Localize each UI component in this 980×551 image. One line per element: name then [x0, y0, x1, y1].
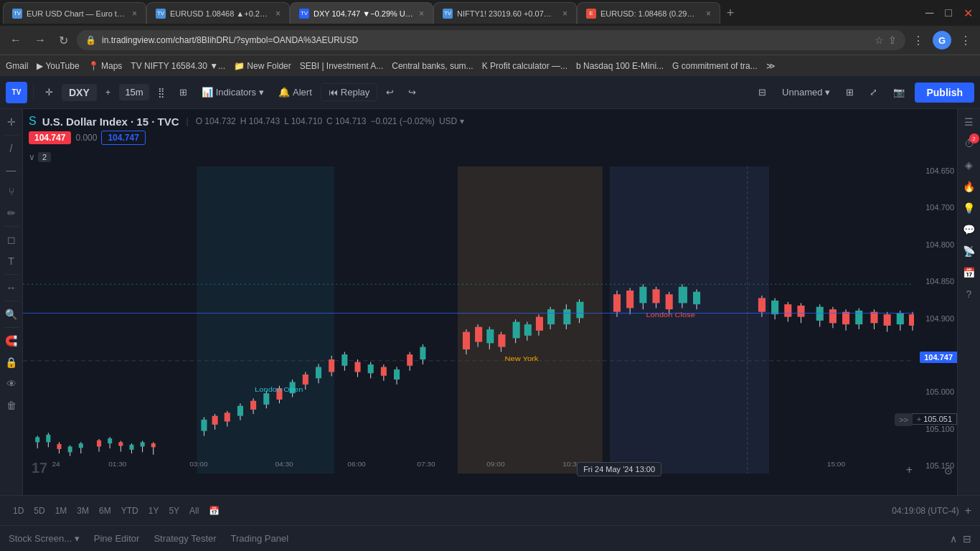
- low-label: L 104.710: [284, 116, 322, 126]
- help-button[interactable]: ?: [959, 284, 979, 304]
- timerange-3m[interactable]: 3M: [72, 504, 93, 518]
- crosshair-tool-button[interactable]: ✛: [39, 84, 59, 100]
- publish-button[interactable]: Publish: [915, 83, 974, 103]
- brush-tool[interactable]: ✏: [1, 203, 22, 223]
- pitchfork-tool[interactable]: ⑂: [1, 182, 22, 202]
- refresh-button[interactable]: ↻: [55, 31, 72, 50]
- chart-type-button[interactable]: ⊞: [174, 84, 193, 100]
- close-button[interactable]: ✕: [959, 5, 977, 22]
- calendar-button[interactable]: 📅: [959, 263, 979, 283]
- tab-close-4[interactable]: ×: [562, 9, 567, 19]
- cursor-tool[interactable]: ✛: [1, 112, 22, 132]
- redo-button[interactable]: ↪: [402, 84, 422, 100]
- timerange-1y[interactable]: 1Y: [144, 504, 164, 518]
- measure-tool[interactable]: ↔: [1, 278, 22, 298]
- forward-button[interactable]: →: [30, 31, 50, 50]
- text-tool[interactable]: T: [1, 251, 22, 271]
- bookmarks-more[interactable]: ≫: [766, 61, 776, 71]
- timeframe-button[interactable]: 15m: [119, 84, 149, 100]
- restore-button[interactable]: □: [941, 5, 956, 21]
- candle-countdown-button[interactable]: 🔥: [959, 176, 979, 197]
- shapes-tool[interactable]: ◻: [1, 230, 22, 250]
- timerange-1d[interactable]: 1D: [9, 504, 28, 518]
- bookmark-central-banks[interactable]: Central banks, sum...: [392, 61, 473, 71]
- replay-button[interactable]: ⏮ Replay: [321, 83, 377, 101]
- bookmark-nifty[interactable]: TV NIFTY 16584.30 ▼...: [131, 61, 225, 71]
- extensions-icon[interactable]: ⋮: [910, 32, 927, 49]
- star-icon[interactable]: ☆: [875, 34, 884, 46]
- tab-1[interactable]: TV EUR USD Chart — Euro to Do... ×: [3, 2, 146, 24]
- tab-2[interactable]: TV EURUSD 1.08468 ▲+0.29% U... ×: [146, 2, 290, 24]
- visibility-tool[interactable]: 👁: [1, 374, 22, 394]
- price-tag-105051[interactable]: + 105.051: [912, 413, 957, 425]
- panel-bar: Stock Screen... ▾ Pine Editor Strategy T…: [0, 525, 980, 551]
- timerange-6m[interactable]: 6M: [95, 504, 116, 518]
- browser-actions: ⋮ G ⋮: [910, 31, 974, 50]
- zoom-tool[interactable]: 🔍: [1, 304, 22, 324]
- timerange-ytd[interactable]: YTD: [117, 504, 143, 518]
- ideas-button[interactable]: 💡: [959, 198, 979, 218]
- timerange-all[interactable]: All: [185, 504, 203, 518]
- layers-button[interactable]: ◈: [959, 155, 979, 175]
- new-tab-button[interactable]: +: [720, 3, 740, 23]
- bookmark-maps[interactable]: 📍 Maps: [88, 61, 123, 71]
- tab-close-2[interactable]: ×: [275, 9, 281, 19]
- stock-screener-panel[interactable]: Stock Screen... ▾: [9, 533, 80, 544]
- bookmark-gmail[interactable]: Gmail: [6, 61, 28, 71]
- tab-5[interactable]: E EURUSD: 1.08468 (0.29%) @... ×: [577, 2, 720, 24]
- timerange-5y[interactable]: 5Y: [164, 504, 184, 518]
- layout-button[interactable]: ⊟: [753, 84, 772, 100]
- tab-close-3[interactable]: ×: [419, 9, 424, 19]
- compare-button[interactable]: +: [100, 84, 117, 100]
- bookmark-sebi[interactable]: SEBI | Investment A...: [300, 61, 384, 71]
- bar-style-button[interactable]: ⣿: [152, 84, 171, 100]
- tab-3[interactable]: TV DXY 104.747 ▼−0.29% Unna... ×: [290, 2, 433, 24]
- tab-close-5[interactable]: ×: [706, 9, 711, 19]
- screenshot-button[interactable]: 📷: [887, 84, 910, 100]
- undo-button[interactable]: ↩: [380, 84, 400, 100]
- lock-tool[interactable]: 🔒: [1, 352, 22, 372]
- bookmark-profit-calc[interactable]: K Profit calculator —...: [482, 61, 567, 71]
- magnet-tool[interactable]: 🧲: [1, 331, 22, 351]
- svg-rect-55: [407, 354, 413, 366]
- chart-area[interactable]: S U.S. Dollar Index · 15 · TVC | O 104.7…: [23, 109, 957, 495]
- add-pane-button[interactable]: +: [965, 504, 971, 517]
- collapse-panel-button[interactable]: ∧: [950, 533, 957, 545]
- timerange-5d[interactable]: 5D: [29, 504, 49, 518]
- share-icon[interactable]: ⇪: [888, 34, 897, 46]
- horizontal-line-tool[interactable]: —: [1, 160, 22, 180]
- trash-tool[interactable]: 🗑: [1, 395, 22, 415]
- alert-button[interactable]: 🔔 Alert: [273, 84, 318, 100]
- expand-chart-button[interactable]: >>: [895, 413, 913, 426]
- multiframe-button[interactable]: ⊞: [840, 84, 859, 100]
- back-button[interactable]: ←: [6, 31, 26, 50]
- menu-button[interactable]: ⋮: [957, 32, 974, 49]
- bookmark-nasdaq[interactable]: b Nasdaq 100 E-Mini...: [576, 61, 664, 71]
- alerts-button[interactable]: ⏱ 2: [959, 133, 979, 154]
- address-bar[interactable]: 🔒 in.tradingview.com/chart/8BIihDRL/?sym…: [77, 30, 905, 50]
- date-range-picker[interactable]: 📅: [204, 504, 224, 518]
- bookmark-commitment[interactable]: G commitment of tra...: [672, 61, 758, 71]
- workspace-button[interactable]: Unnamed ▾: [776, 84, 836, 100]
- profile-button[interactable]: G: [933, 31, 951, 50]
- trading-panel[interactable]: Trading Panel: [231, 533, 288, 544]
- chat-button[interactable]: 💬: [959, 220, 979, 240]
- indicators-label: Indicators: [216, 87, 256, 98]
- trend-line-tool[interactable]: /: [1, 138, 22, 159]
- bookmark-new-folder[interactable]: 📁 New Folder: [234, 61, 291, 71]
- watchlist-button[interactable]: ☰: [959, 112, 979, 132]
- add-scale-button[interactable]: +: [906, 463, 913, 476]
- bookmark-youtube[interactable]: ▶ YouTube: [37, 61, 79, 71]
- detach-panel-button[interactable]: ⊟: [963, 533, 971, 545]
- tab-4[interactable]: TV NIFTY1! 23019.60 +0.07% U... ×: [433, 2, 577, 24]
- minimize-button[interactable]: ─: [921, 5, 938, 21]
- pine-editor-panel[interactable]: Pine Editor: [94, 533, 140, 544]
- strategy-tester-panel[interactable]: Strategy Tester: [154, 533, 216, 544]
- indicators-button[interactable]: 📊 Indicators ▾: [196, 84, 270, 100]
- symbol-search-box[interactable]: DXY: [62, 84, 97, 101]
- fullscreen-button[interactable]: ⤢: [864, 84, 883, 100]
- tab-close-1[interactable]: ×: [132, 9, 137, 19]
- signals-button[interactable]: 📡: [959, 241, 979, 261]
- timerange-1m[interactable]: 1M: [51, 504, 72, 518]
- goto-realtime-button[interactable]: ⊙: [944, 465, 953, 476]
